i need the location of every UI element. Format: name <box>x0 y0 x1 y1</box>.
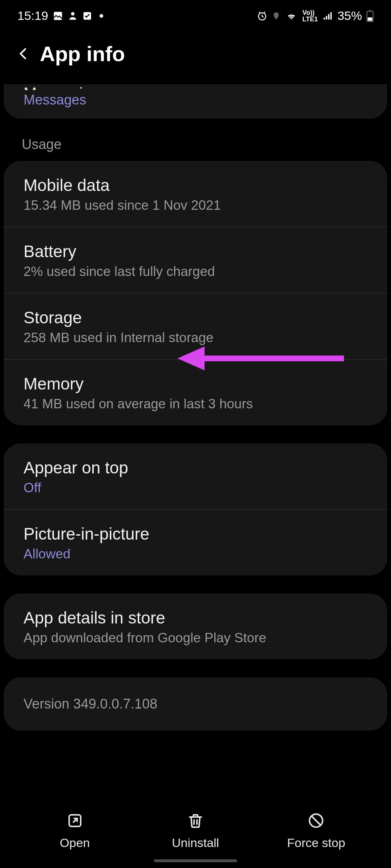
force-stop-button[interactable]: Force stop <box>280 810 352 850</box>
row-title: Battery <box>24 242 367 261</box>
row-sub: 2% used since last fully charged <box>24 264 367 279</box>
person-icon <box>68 11 78 21</box>
pip-row[interactable]: Picture-in-picture Allowed <box>4 510 387 575</box>
volte-icon: Vo))LTE1 <box>302 9 318 22</box>
row-sub: Allowed <box>24 546 367 562</box>
back-button[interactable] <box>11 41 36 66</box>
usage-card: Mobile data 15.34 MB used since 1 Nov 20… <box>4 161 387 425</box>
signal-icon <box>322 10 333 21</box>
mobile-data-row[interactable]: Mobile data 15.34 MB used since 1 Nov 20… <box>4 161 387 227</box>
row-sub: App downloaded from Google Play Store <box>24 630 367 646</box>
status-time: 15:19 <box>17 9 48 23</box>
row-title: Storage <box>24 308 367 327</box>
status-right: Vo))LTE1 35% <box>257 9 374 23</box>
bottom-action-bar: Open Uninstall Force stop <box>0 800 391 868</box>
battery-icon <box>366 10 374 22</box>
row-title: Mobile data <box>24 175 367 195</box>
force-stop-label: Force stop <box>287 836 345 850</box>
image-icon <box>52 10 63 21</box>
page-title: App info <box>40 42 125 66</box>
row-sub: 15.34 MB used since 1 Nov 2021 <box>24 198 367 213</box>
default-app-row[interactable]: Messaging app Messages <box>4 84 387 119</box>
open-button[interactable]: Open <box>39 810 111 850</box>
content-scroll[interactable]: Messaging app Messages Usage Mobile data… <box>0 84 391 731</box>
row-sub: 41 MB used on average in last 3 hours <box>24 396 367 412</box>
chevron-left-icon <box>16 44 31 64</box>
row-sub: Off <box>24 480 367 495</box>
open-icon <box>65 810 85 831</box>
default-app-title: Messaging app <box>24 84 367 90</box>
gesture-nav-handle[interactable] <box>154 859 237 862</box>
battery-row[interactable]: Battery 2% used since last fully charged <box>4 227 387 293</box>
stop-icon <box>306 810 326 831</box>
version-card: Version 349.0.0.7.108 <box>4 677 387 731</box>
svg-point-1 <box>71 12 74 15</box>
svg-rect-6 <box>368 17 373 21</box>
row-title: Memory <box>24 374 367 393</box>
version-text: Version 349.0.0.7.108 <box>4 677 387 731</box>
memory-row[interactable]: Memory 41 MB used on average in last 3 h… <box>4 359 387 425</box>
alarm-icon <box>257 10 268 21</box>
checkbox-icon <box>82 11 92 21</box>
storage-row[interactable]: Storage 258 MB used in Internal storage <box>4 293 387 359</box>
open-label: Open <box>60 836 90 850</box>
wifi-icon <box>285 10 298 21</box>
uninstall-label: Uninstall <box>172 836 219 850</box>
status-left: 15:19 <box>17 9 103 23</box>
more-notifications-dot <box>100 14 103 18</box>
store-card: App details in store App downloaded from… <box>4 593 387 659</box>
usage-section-label: Usage <box>0 133 391 161</box>
row-sub: 258 MB used in Internal storage <box>24 330 367 345</box>
appear-on-top-row[interactable]: Appear on top Off <box>4 443 387 510</box>
overlay-card: Appear on top Off Picture-in-picture All… <box>4 443 387 575</box>
trash-icon <box>185 810 206 831</box>
status-bar: 15:19 Vo))LTE1 35% <box>0 0 391 26</box>
row-title: App details in store <box>24 608 367 627</box>
row-title: Picture-in-picture <box>24 524 367 544</box>
default-app-value: Messages <box>24 92 367 108</box>
location-icon <box>272 10 281 21</box>
svg-rect-5 <box>369 10 371 11</box>
page-header: App info <box>0 26 391 84</box>
row-title: Appear on top <box>24 458 367 477</box>
battery-percent: 35% <box>337 9 362 23</box>
uninstall-button[interactable]: Uninstall <box>159 810 232 850</box>
app-details-store-row[interactable]: App details in store App downloaded from… <box>4 593 387 659</box>
